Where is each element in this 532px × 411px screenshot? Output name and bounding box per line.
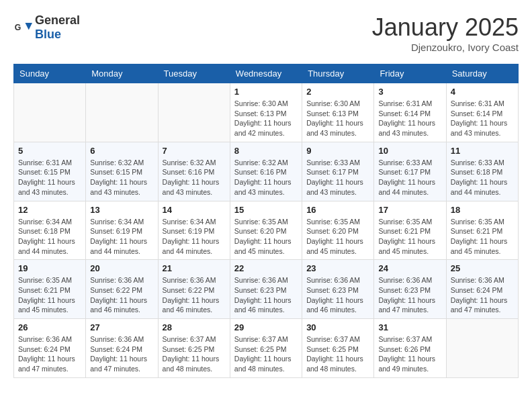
day-number: 15 [234,205,298,215]
table-row: 3Sunrise: 6:31 AM Sunset: 6:14 PM Daylig… [374,83,446,142]
col-tuesday: Tuesday [158,64,230,83]
day-info: Sunrise: 6:35 AM Sunset: 6:20 PM Dayligh… [306,217,369,257]
table-row: 13Sunrise: 6:34 AM Sunset: 6:19 PM Dayli… [86,201,158,260]
day-number: 14 [163,205,226,215]
table-row: 2Sunrise: 6:30 AM Sunset: 6:13 PM Daylig… [302,83,374,142]
day-info: Sunrise: 6:32 AM Sunset: 6:15 PM Dayligh… [90,158,153,197]
day-number: 18 [451,205,514,215]
day-info: Sunrise: 6:37 AM Sunset: 6:25 PM Dayligh… [234,334,298,374]
day-info: Sunrise: 6:34 AM Sunset: 6:19 PM Dayligh… [163,217,226,257]
table-row: 26Sunrise: 6:36 AM Sunset: 6:24 PM Dayli… [14,319,86,378]
day-info: Sunrise: 6:36 AM Sunset: 6:22 PM Dayligh… [163,275,226,315]
day-info: Sunrise: 6:31 AM Sunset: 6:14 PM Dayligh… [451,99,514,138]
day-info: Sunrise: 6:37 AM Sunset: 6:25 PM Dayligh… [163,334,226,374]
table-row: 19Sunrise: 6:35 AM Sunset: 6:21 PM Dayli… [14,260,86,319]
day-info: Sunrise: 6:33 AM Sunset: 6:17 PM Dayligh… [378,158,441,197]
table-row: 30Sunrise: 6:37 AM Sunset: 6:25 PM Dayli… [302,319,374,378]
table-row: 4Sunrise: 6:31 AM Sunset: 6:14 PM Daylig… [446,83,518,142]
day-number: 5 [18,146,81,156]
table-row: 20Sunrise: 6:36 AM Sunset: 6:22 PM Dayli… [86,260,158,319]
table-row: 12Sunrise: 6:34 AM Sunset: 6:18 PM Dayli… [14,201,86,260]
svg-text:G: G [15,23,21,32]
table-row [446,319,518,378]
month-title: January 2025 [372,13,519,42]
day-info: Sunrise: 6:35 AM Sunset: 6:20 PM Dayligh… [234,217,298,257]
day-info: Sunrise: 6:36 AM Sunset: 6:22 PM Dayligh… [90,275,153,315]
day-number: 19 [18,263,81,273]
col-sunday: Sunday [14,64,86,83]
day-number: 7 [163,146,226,156]
table-row: 1Sunrise: 6:30 AM Sunset: 6:13 PM Daylig… [230,83,302,142]
day-number: 30 [306,322,369,332]
day-info: Sunrise: 6:35 AM Sunset: 6:21 PM Dayligh… [378,217,441,257]
day-info: Sunrise: 6:33 AM Sunset: 6:18 PM Dayligh… [451,158,514,197]
svg-marker-1 [26,23,33,30]
day-info: Sunrise: 6:36 AM Sunset: 6:23 PM Dayligh… [234,275,298,315]
logo-blue: Blue [35,28,61,41]
day-number: 28 [163,322,226,332]
day-info: Sunrise: 6:36 AM Sunset: 6:24 PM Dayligh… [451,275,514,315]
day-info: Sunrise: 6:31 AM Sunset: 6:14 PM Dayligh… [378,99,441,138]
calendar-week-row: 1Sunrise: 6:30 AM Sunset: 6:13 PM Daylig… [14,83,519,142]
calendar-week-row: 19Sunrise: 6:35 AM Sunset: 6:21 PM Dayli… [14,260,519,319]
table-row: 6Sunrise: 6:32 AM Sunset: 6:15 PM Daylig… [86,142,158,201]
day-info: Sunrise: 6:36 AM Sunset: 6:24 PM Dayligh… [90,334,153,374]
logo-icon: G [13,18,32,37]
table-row: 17Sunrise: 6:35 AM Sunset: 6:21 PM Dayli… [374,201,446,260]
day-number: 24 [378,263,441,273]
day-info: Sunrise: 6:34 AM Sunset: 6:18 PM Dayligh… [18,217,81,257]
table-row [14,83,86,142]
day-info: Sunrise: 6:36 AM Sunset: 6:23 PM Dayligh… [378,275,441,315]
table-row [86,83,158,142]
day-number: 21 [163,263,226,273]
day-number: 16 [306,205,369,215]
table-row: 8Sunrise: 6:32 AM Sunset: 6:16 PM Daylig… [230,142,302,201]
day-number: 4 [451,87,514,97]
day-number: 13 [90,205,153,215]
table-row: 15Sunrise: 6:35 AM Sunset: 6:20 PM Dayli… [230,201,302,260]
day-number: 20 [90,263,153,273]
table-row: 21Sunrise: 6:36 AM Sunset: 6:22 PM Dayli… [158,260,230,319]
col-thursday: Thursday [302,64,374,83]
day-info: Sunrise: 6:36 AM Sunset: 6:24 PM Dayligh… [18,334,81,374]
day-info: Sunrise: 6:35 AM Sunset: 6:21 PM Dayligh… [451,217,514,257]
table-row: 31Sunrise: 6:37 AM Sunset: 6:26 PM Dayli… [374,319,446,378]
table-row [158,83,230,142]
day-info: Sunrise: 6:31 AM Sunset: 6:15 PM Dayligh… [18,158,81,197]
col-monday: Monday [86,64,158,83]
day-number: 27 [90,322,153,332]
calendar-week-row: 12Sunrise: 6:34 AM Sunset: 6:18 PM Dayli… [14,201,519,260]
day-number: 6 [90,146,153,156]
table-row: 24Sunrise: 6:36 AM Sunset: 6:23 PM Dayli… [374,260,446,319]
logo: G General Blue [13,13,80,42]
day-info: Sunrise: 6:30 AM Sunset: 6:13 PM Dayligh… [234,99,298,138]
table-row: 7Sunrise: 6:32 AM Sunset: 6:16 PM Daylig… [158,142,230,201]
col-friday: Friday [374,64,446,83]
header-row: Sunday Monday Tuesday Wednesday Thursday… [14,64,519,83]
table-row: 5Sunrise: 6:31 AM Sunset: 6:15 PM Daylig… [14,142,86,201]
calendar-week-row: 26Sunrise: 6:36 AM Sunset: 6:24 PM Dayli… [14,319,519,378]
day-info: Sunrise: 6:32 AM Sunset: 6:16 PM Dayligh… [234,158,298,197]
day-info: Sunrise: 6:34 AM Sunset: 6:19 PM Dayligh… [90,217,153,257]
day-info: Sunrise: 6:37 AM Sunset: 6:25 PM Dayligh… [306,334,369,374]
calendar-table: Sunday Monday Tuesday Wednesday Thursday… [13,64,519,378]
day-info: Sunrise: 6:37 AM Sunset: 6:26 PM Dayligh… [378,334,441,374]
table-row: 14Sunrise: 6:34 AM Sunset: 6:19 PM Dayli… [158,201,230,260]
day-info: Sunrise: 6:32 AM Sunset: 6:16 PM Dayligh… [163,158,226,197]
day-number: 12 [18,205,81,215]
day-number: 29 [234,322,298,332]
day-number: 8 [234,146,298,156]
calendar-week-row: 5Sunrise: 6:31 AM Sunset: 6:15 PM Daylig… [14,142,519,201]
table-row: 11Sunrise: 6:33 AM Sunset: 6:18 PM Dayli… [446,142,518,201]
day-number: 31 [378,322,441,332]
logo-general: General [35,13,80,27]
table-row: 23Sunrise: 6:36 AM Sunset: 6:23 PM Dayli… [302,260,374,319]
table-row: 28Sunrise: 6:37 AM Sunset: 6:25 PM Dayli… [158,319,230,378]
col-saturday: Saturday [446,64,518,83]
title-block: January 2025 Djenzoukro, Ivory Coast [372,13,519,53]
day-info: Sunrise: 6:33 AM Sunset: 6:17 PM Dayligh… [306,158,369,197]
location-title: Djenzoukro, Ivory Coast [372,42,519,53]
day-number: 11 [451,146,514,156]
col-wednesday: Wednesday [230,64,302,83]
table-row: 9Sunrise: 6:33 AM Sunset: 6:17 PM Daylig… [302,142,374,201]
